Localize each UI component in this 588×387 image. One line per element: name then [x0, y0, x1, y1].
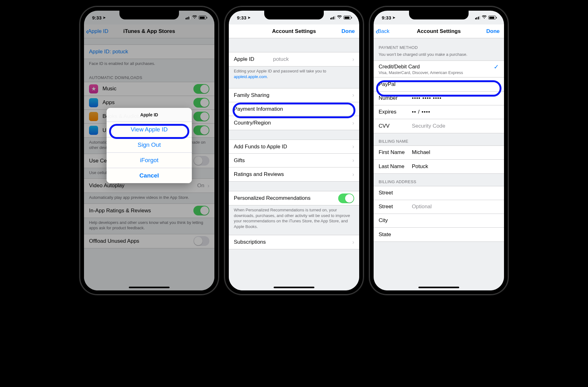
notch	[119, 11, 179, 19]
city-row[interactable]: City	[374, 214, 504, 228]
card-expires-row[interactable]: Expires •• / ••••	[374, 105, 504, 119]
card-number-row[interactable]: Number •••• •••• ••••	[374, 92, 504, 105]
wifi-icon	[192, 15, 197, 20]
status-time: 9:33	[382, 15, 391, 20]
phone-frame-3: 9:33 ➤ ‹ Back Account Settings Done PAYM…	[369, 6, 508, 295]
back-button[interactable]: ‹ Back	[375, 28, 389, 34]
content-area: Apple ID potuck › Editing your Apple ID …	[229, 38, 359, 290]
chevron-right-icon: ›	[352, 56, 354, 63]
credit-card-row[interactable]: Credit/Debit Card ✓ Visa, MasterCard, Di…	[374, 61, 504, 77]
add-funds-row[interactable]: Add Funds to Apple ID ›	[229, 140, 359, 154]
section-payment-method: PAYMENT METHOD	[374, 38, 504, 52]
cvv-input[interactable]: Security Code	[412, 123, 499, 129]
screen-2: 9:33 ➤ Account Settings Done Apple ID po…	[229, 11, 359, 290]
personalized-toggle[interactable]	[338, 194, 354, 203]
first-name-row[interactable]: First Name Michael	[374, 146, 504, 160]
checkmark-icon: ✓	[494, 63, 499, 71]
gifts-row[interactable]: Gifts ›	[229, 154, 359, 167]
signal-bars-icon	[475, 16, 480, 19]
location-icon: ➤	[103, 16, 106, 20]
notch	[409, 11, 469, 19]
signal-bars-icon	[186, 16, 191, 19]
home-indicator[interactable]	[418, 287, 459, 288]
battery-icon	[488, 16, 496, 19]
chevron-right-icon: ›	[352, 157, 354, 164]
nav-bar: ‹ Back Account Settings Done	[374, 24, 504, 38]
wifi-icon	[337, 15, 342, 20]
personalized-recs-row[interactable]: Personalized Recommendations	[229, 191, 359, 205]
status-time: 9:33	[237, 15, 246, 20]
appleid-footer: Editing your Apple ID and password will …	[229, 66, 359, 82]
card-cvv-row[interactable]: CVV Security Code	[374, 119, 504, 133]
iforgot-option[interactable]: iForgot	[107, 153, 192, 168]
nav-bar: Account Settings Done	[229, 24, 359, 38]
payment-info-row[interactable]: Payment Information ›	[229, 102, 359, 116]
ratings-reviews-row[interactable]: Ratings and Reviews ›	[229, 167, 359, 181]
appleid-link[interactable]: appleid.apple.com	[234, 74, 267, 79]
personalized-footer: When Personalized Recommendations is tur…	[229, 205, 359, 232]
done-button[interactable]: Done	[486, 28, 500, 34]
home-indicator[interactable]	[129, 287, 170, 288]
phone-frame-1: 9:33 ➤ ‹ Apple ID iTunes & App Stores	[80, 6, 219, 295]
signal-bars-icon	[330, 16, 336, 19]
chevron-right-icon: ›	[352, 143, 354, 150]
phone-frame-2: 9:33 ➤ Account Settings Done Apple ID po…	[224, 6, 364, 295]
section-billing-name: BILLING NAME	[374, 133, 504, 146]
screen-3: 9:33 ➤ ‹ Back Account Settings Done PAYM…	[374, 11, 504, 290]
street-row[interactable]: Street	[374, 186, 504, 200]
last-name-row[interactable]: Last Name Potuck	[374, 160, 504, 173]
pm-footer: You won't be charged until you make a pu…	[374, 52, 504, 61]
apple-id-row[interactable]: Apple ID potuck ›	[229, 52, 359, 66]
view-apple-id-option[interactable]: View Apple ID	[107, 122, 192, 137]
nav-title: Account Settings	[272, 28, 316, 34]
state-row[interactable]: State	[374, 228, 504, 241]
wifi-icon	[482, 15, 487, 20]
apple-id-action-sheet: Apple ID View Apple ID Sign Out iForgot …	[107, 108, 192, 183]
paypal-row[interactable]: PayPal	[374, 77, 504, 91]
screen-1: 9:33 ➤ ‹ Apple ID iTunes & App Stores	[84, 11, 214, 290]
content-area: PAYMENT METHOD You won't be charged unti…	[374, 38, 504, 290]
chevron-right-icon: ›	[352, 171, 354, 178]
subscriptions-row[interactable]: Subscriptions ›	[229, 235, 359, 249]
status-time: 9:33	[92, 15, 102, 20]
country-region-row[interactable]: Country/Region ›	[229, 116, 359, 130]
sign-out-option[interactable]: Sign Out	[107, 137, 192, 153]
location-icon: ➤	[248, 16, 250, 20]
section-billing-address: BILLING ADDRESS	[374, 174, 504, 186]
done-button[interactable]: Done	[342, 28, 355, 34]
home-indicator[interactable]	[274, 287, 314, 288]
sheet-title: Apple ID	[107, 108, 192, 122]
chevron-right-icon: ›	[352, 239, 354, 246]
cancel-option[interactable]: Cancel	[107, 168, 192, 183]
notch	[264, 11, 324, 19]
family-sharing-row[interactable]: Family Sharing ›	[229, 88, 359, 102]
street2-row[interactable]: Street Optional	[374, 200, 504, 214]
battery-icon	[199, 16, 206, 19]
chevron-right-icon: ›	[352, 92, 354, 98]
nav-title: Account Settings	[417, 28, 461, 34]
location-icon: ➤	[392, 16, 395, 20]
chevron-right-icon: ›	[352, 120, 354, 126]
battery-icon	[344, 16, 351, 19]
chevron-right-icon: ›	[352, 106, 354, 112]
